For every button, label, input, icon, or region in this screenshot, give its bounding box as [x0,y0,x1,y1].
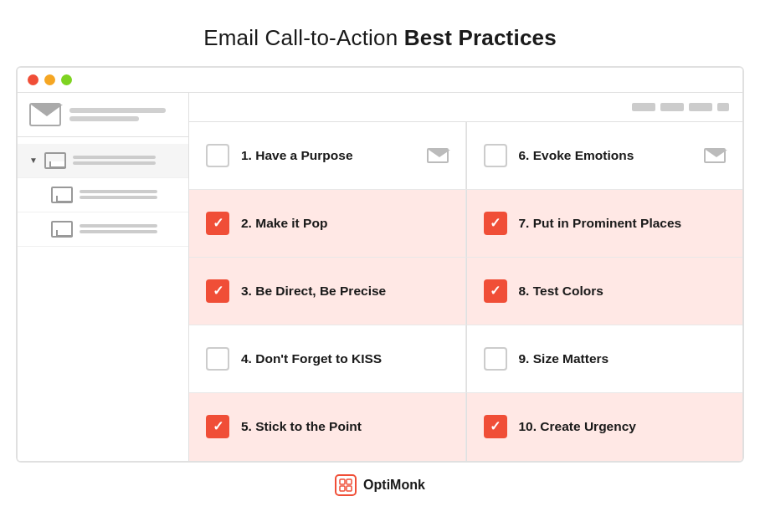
text-lines-3 [80,224,177,233]
item-label-4: 4. Don't Forget to KISS [241,351,449,366]
page-title: Email Call-to-Action Best Practices [203,25,557,51]
svg-rect-3 [347,486,352,491]
maximize-dot[interactable] [61,74,72,85]
toolbar-block-4 [717,103,729,111]
browser-window: ▼ [16,66,744,463]
sidebar-lines [69,108,177,121]
minimize-dot[interactable] [44,74,55,85]
text-line [80,224,157,228]
item-label-6: 6. Evoke Emotions [519,148,693,163]
browser-bar [18,68,742,93]
sidebar-line-1 [69,108,166,113]
envelope-icon-1 [427,148,449,163]
toolbar-block-3 [689,103,712,111]
checkbox-7[interactable] [484,212,507,235]
item-label-3: 3. Be Direct, Be Precise [241,284,449,299]
checklist-grid: 1. Have a Purpose 6. Evoke Emotions 2. M… [189,122,742,461]
text-line [73,156,156,159]
brand-name: OptiMonk [363,478,425,493]
browser-content: ▼ [18,93,742,461]
checklist-item-7: 7. Put in Prominent Places [466,190,743,258]
text-lines-1 [73,156,177,165]
item-label-10: 10. Create Urgency [519,419,727,434]
item-label-8: 8. Test Colors [519,284,727,299]
text-line [80,196,157,199]
close-dot[interactable] [28,74,39,85]
checklist-item-5: 5. Stick to the Point [189,393,466,460]
text-line [73,161,156,165]
checkbox-6[interactable] [484,144,507,167]
sidebar-header [18,93,188,137]
checklist-item-3: 3. Be Direct, Be Precise [189,258,466,325]
sidebar-line-2 [69,116,139,121]
toolbar-block-1 [632,103,655,111]
sidebar-envelope-icon [29,103,61,126]
sidebar: ▼ [18,93,189,461]
checklist-item-6: 6. Evoke Emotions [466,122,743,190]
checkbox-9[interactable] [484,347,507,371]
toolbar-block-2 [660,103,684,111]
svg-rect-1 [347,479,352,484]
checklist-item-8: 8. Test Colors [466,258,743,325]
sidebar-items: ▼ [18,137,188,253]
main-toolbar [189,93,742,122]
text-lines-2 [80,190,177,199]
item-label-9: 9. Size Matters [519,351,727,366]
sidebar-item-1[interactable]: ▼ [18,144,188,178]
checklist-item-2: 2. Make it Pop [189,190,466,258]
item-label-5: 5. Stick to the Point [241,419,449,434]
inbox-icon-1 [44,152,66,169]
inbox-icon-2 [51,187,73,203]
optimonk-logo-icon [339,478,352,492]
text-line [80,190,157,193]
checklist-item-4: 4. Don't Forget to KISS [189,325,466,393]
svg-rect-0 [340,479,345,484]
svg-rect-2 [340,486,345,491]
checkbox-10[interactable] [484,415,507,438]
item-label-7: 7. Put in Prominent Places [519,216,727,231]
checkbox-4[interactable] [206,347,229,371]
arrow-icon: ▼ [29,156,38,165]
checklist-item-10: 10. Create Urgency [466,393,743,460]
text-line [80,230,157,233]
brand-footer: OptiMonk [323,463,437,508]
checklist-item-9: 9. Size Matters [466,325,743,393]
sidebar-item-2[interactable] [18,178,188,212]
item-label-2: 2. Make it Pop [241,216,449,231]
checkbox-5[interactable] [206,415,229,438]
inbox-icon-3 [51,221,73,238]
checkbox-1[interactable] [206,144,229,167]
sidebar-item-3[interactable] [18,212,188,247]
checkbox-2[interactable] [206,212,229,235]
checkbox-3[interactable] [206,279,229,303]
checkbox-8[interactable] [484,279,507,303]
optimonk-logo [335,474,357,496]
checklist-item-1: 1. Have a Purpose [189,122,466,190]
envelope-icon-6 [704,148,726,163]
main-area: 1. Have a Purpose 6. Evoke Emotions 2. M… [189,93,742,461]
item-label-1: 1. Have a Purpose [241,148,415,163]
